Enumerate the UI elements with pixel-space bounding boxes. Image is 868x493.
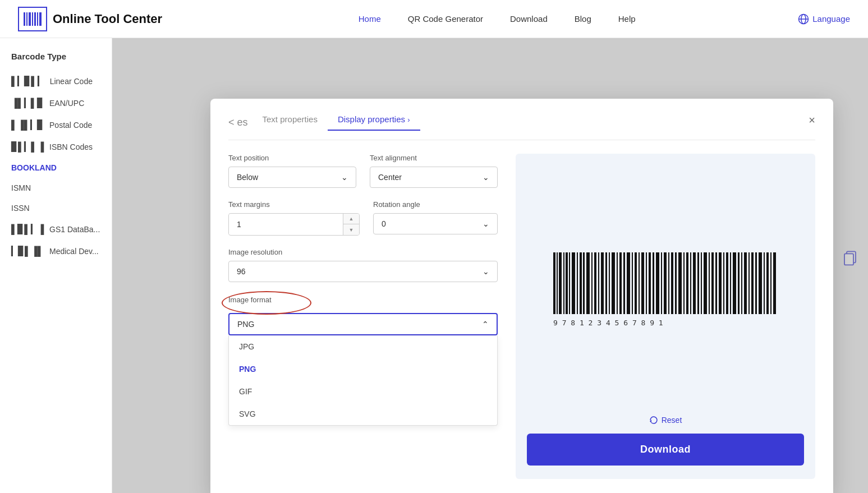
language-label: Language: [812, 14, 850, 24]
svg-rect-13: [563, 252, 564, 314]
text-margins-field[interactable]: [229, 214, 343, 234]
format-option-png[interactable]: PNG: [229, 358, 497, 380]
image-format-select[interactable]: PNG ⌃: [228, 313, 498, 335]
globe-icon: [798, 13, 809, 25]
sidebar-item-ismn[interactable]: ISMN: [0, 178, 112, 198]
svg-rect-25: [605, 252, 607, 314]
svg-rect-24: [601, 252, 604, 314]
svg-rect-12: [559, 252, 562, 314]
svg-rect-35: [641, 252, 644, 314]
sidebar-item-gs1[interactable]: ▌▊▌▎▐ GS1 DataBa...: [0, 218, 112, 240]
text-position-label: Text position: [228, 154, 356, 162]
barcode-icon: ▌▐▌▎▊: [11, 119, 44, 130]
svg-rect-48: [690, 252, 691, 314]
sidebar-item-bookland[interactable]: BOOKLAND: [0, 158, 112, 178]
svg-rect-10: [553, 252, 555, 314]
image-resolution-select[interactable]: 96 ⌄: [228, 261, 498, 282]
nav-qr[interactable]: QR Code Generator: [408, 14, 483, 24]
text-position-select[interactable]: Below ⌄: [228, 167, 356, 188]
svg-rect-56: [719, 252, 722, 314]
svg-rect-18: [580, 252, 582, 314]
svg-rect-31: [627, 252, 630, 314]
sidebar-item-linear[interactable]: ▌▎▊▌▎ Linear Code: [0, 70, 112, 92]
svg-rect-14: [566, 252, 568, 314]
format-option-svg[interactable]: SVG: [229, 403, 497, 425]
rotation-angle-group: Rotation angle 0 ⌄: [373, 200, 498, 236]
modal-form: Text position Below ⌄ Text alignment Cen…: [228, 154, 498, 479]
tab-display-properties[interactable]: Display properties ›: [328, 114, 420, 131]
svg-rect-1: [26, 12, 27, 26]
svg-rect-5: [37, 12, 38, 26]
image-format-label: Image format: [228, 296, 272, 304]
text-margins-input: ▲ ▼: [228, 213, 360, 236]
text-alignment-group: Text alignment Center ⌄: [370, 154, 498, 188]
logo[interactable]: Online Tool Center: [18, 7, 162, 31]
form-row-1: Text position Below ⌄ Text alignment Cen…: [228, 154, 498, 188]
prev-tab[interactable]: < es: [228, 117, 252, 128]
reset-button[interactable]: Reset: [649, 416, 682, 425]
image-format-section: Image format PNG ⌃ JPG PNG: [228, 294, 498, 426]
svg-rect-2: [29, 12, 31, 26]
svg-rect-61: [738, 252, 740, 314]
form-row-2: Text margins ▲ ▼ Rotation angle: [228, 200, 498, 236]
svg-rect-15: [569, 252, 570, 314]
sidebar-item-isbn[interactable]: ▊▌▎▌▐ ISBN Codes: [0, 136, 112, 158]
svg-rect-47: [686, 252, 688, 314]
svg-rect-67: [759, 252, 762, 314]
nav-help[interactable]: Help: [618, 14, 636, 24]
sidebar-item-ean[interactable]: ▐▌▎▌▊ EAN/UPC: [0, 92, 112, 114]
tab-text-properties[interactable]: Text properties: [252, 114, 328, 131]
image-resolution-group: Image resolution 96 ⌄: [228, 248, 498, 282]
chevron-right-icon: ›: [407, 116, 410, 124]
barcode-icon: ▌▎▊▌▎: [11, 76, 44, 86]
svg-rect-29: [619, 252, 622, 314]
svg-rect-68: [764, 252, 765, 314]
chevron-up-icon: ⌃: [482, 320, 489, 329]
reset-icon: [649, 416, 658, 425]
decrement-button[interactable]: ▼: [343, 224, 359, 235]
text-alignment-select[interactable]: Center ⌄: [370, 167, 498, 188]
chevron-down-icon: ⌄: [483, 173, 489, 182]
page-body: Barcode Type ▌▎▊▌▎ Linear Code ▐▌▎▌▊ EAN…: [0, 38, 868, 493]
sidebar: Barcode Type ▌▎▊▌▎ Linear Code ▐▌▎▌▊ EAN…: [0, 38, 112, 493]
stepper-arrows: ▲ ▼: [343, 214, 359, 235]
svg-rect-6: [39, 12, 42, 26]
svg-rect-26: [609, 252, 610, 314]
chevron-down-icon: ⌄: [483, 267, 489, 276]
svg-rect-4: [34, 12, 36, 26]
increment-button[interactable]: ▲: [343, 214, 359, 224]
rotation-angle-select[interactable]: 0 ⌄: [373, 213, 498, 234]
svg-rect-41: [664, 252, 667, 314]
navbar: Online Tool Center Home QR Code Generato…: [0, 0, 868, 38]
text-margins-group: Text margins ▲ ▼: [228, 200, 360, 236]
svg-rect-28: [617, 252, 618, 314]
svg-rect-55: [715, 252, 717, 314]
language-selector[interactable]: Language: [798, 13, 850, 25]
svg-rect-20: [586, 252, 590, 314]
logo-text: Online Tool Center: [53, 12, 162, 26]
svg-rect-19: [583, 252, 585, 314]
nav-home[interactable]: Home: [359, 14, 381, 24]
svg-rect-17: [577, 252, 578, 314]
svg-rect-52: [704, 252, 707, 314]
svg-rect-16: [572, 252, 575, 314]
svg-rect-32: [632, 252, 633, 314]
download-button[interactable]: Download: [527, 434, 804, 466]
sidebar-item-medical[interactable]: ▎▊▌▐▌ Medical Dev...: [0, 240, 112, 262]
svg-text:9  7  8  1  2  3  4  5  6  7  : 9 7 8 1 2 3 4 5 6 7 8 9 1: [553, 319, 663, 327]
nav-download[interactable]: Download: [510, 14, 548, 24]
format-option-jpg[interactable]: JPG: [229, 335, 497, 358]
svg-rect-57: [723, 252, 724, 314]
format-option-gif[interactable]: GIF: [229, 380, 497, 403]
svg-rect-42: [668, 252, 669, 314]
barcode-icon: ▐▌▎▌▊: [11, 98, 44, 108]
sidebar-title: Barcode Type: [0, 52, 112, 70]
svg-rect-27: [612, 252, 615, 314]
svg-rect-70: [770, 252, 771, 314]
sidebar-item-issn[interactable]: ISSN: [0, 198, 112, 218]
text-position-group: Text position Below ⌄: [228, 154, 356, 188]
svg-rect-69: [766, 252, 769, 314]
close-button[interactable]: ×: [809, 114, 815, 126]
nav-blog[interactable]: Blog: [575, 14, 591, 24]
sidebar-item-postal[interactable]: ▌▐▌▎▊ Postal Code: [0, 114, 112, 136]
